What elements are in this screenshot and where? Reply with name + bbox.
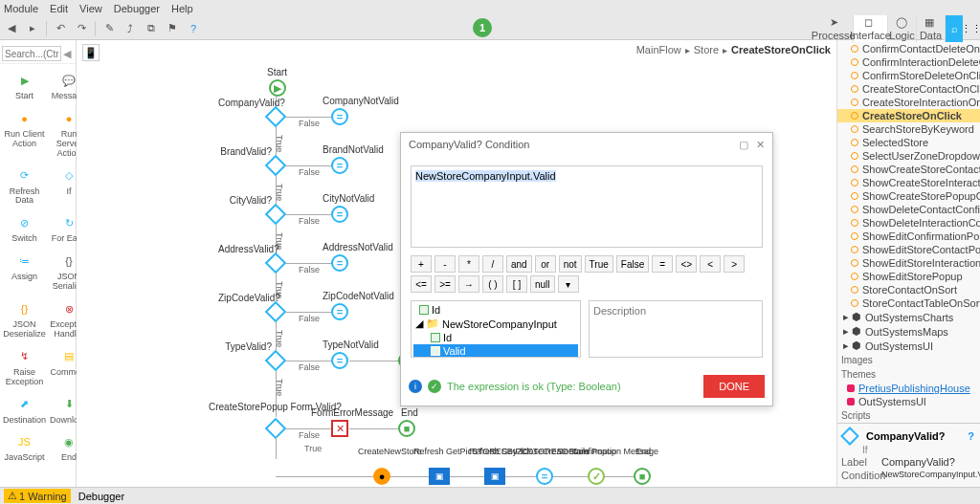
debugger-tab[interactable]: Debugger [78,491,124,502]
op-btn[interactable]: + [411,255,432,273]
op-btn[interactable]: False [616,255,649,273]
action-node[interactable]: = [536,468,553,485]
error-node[interactable]: ✕ [331,420,348,437]
decision-node[interactable] [265,301,287,323]
op-btn[interactable]: <= [411,275,432,293]
tool-javascript[interactable]: JSJavaScript [2,429,47,466]
op-btn[interactable]: / [482,255,503,273]
tree-item[interactable]: ConfirmInteractionDeleteOnClick [837,55,980,69]
tab-logic[interactable]: ◯Logic [888,15,917,42]
op-btn[interactable]: - [434,255,456,273]
op-btn[interactable]: ▾ [558,275,579,293]
menu-edit[interactable]: Edit [50,3,68,14]
theme-item[interactable]: PretiusPublishingHouse [837,382,980,395]
tab-data[interactable]: ▦Data [917,15,946,42]
tree-item[interactable]: ShowDeleteContactConfirmationPopup [837,203,980,216]
tree-item[interactable]: SearchStoreByKeyword [837,122,980,136]
tree-item[interactable]: ConfirmStoreDeleteOnClick [837,69,980,82]
op-btn[interactable]: not [559,255,582,273]
collapse-icon[interactable]: ◀ [63,48,71,60]
decision-node[interactable] [265,252,287,274]
tree-item[interactable]: CreateStoreContactOnClick [837,82,980,96]
tree-item[interactable]: ShowEditStorePopup [837,270,980,283]
tree-item[interactable]: ▸ ⬢ OutSystemsMaps [837,324,980,339]
tree-item[interactable]: ▸ ⬢ OutSystemsCharts [837,310,980,324]
op-btn[interactable]: and [506,255,532,273]
tree-item[interactable]: StoreContactTableOnSort [837,296,980,310]
decision-node[interactable] [265,106,287,128]
assign-node[interactable]: = [331,108,348,125]
op-btn[interactable]: or [535,255,556,273]
tree-item[interactable]: StoreContactOnSort [837,283,980,296]
device-toggle-icon[interactable]: 📱 [82,44,100,61]
tree-item[interactable]: ShowEditStoreInteractionPopup [837,256,980,270]
action-node[interactable]: ■ [634,468,651,485]
start-node[interactable]: ▶ [269,79,286,97]
tree-item[interactable]: ConfirmContactDeleteOnClick [837,42,980,55]
maximize-icon[interactable]: ▢ [739,139,748,151]
op-btn[interactable]: >= [434,275,456,293]
tool-json-deserialize[interactable]: {}JSON Deserialize [2,296,47,342]
action-node[interactable]: ● [373,468,390,485]
prop-label-value[interactable]: CompanyValid? [881,456,976,468]
tree-item[interactable]: ShowEditConfirmationPopupOn [837,230,980,243]
done-button[interactable]: DONE [703,375,765,398]
tool-assign[interactable]: ≔Assign [2,249,47,295]
tree-item[interactable]: SelectUserZoneDropdownOnChange [837,149,980,163]
menu-module[interactable]: Module [4,3,38,14]
op-btn[interactable]: True [585,255,613,273]
op-btn[interactable]: null [530,275,555,293]
tree-item[interactable]: ShowCreateStoreContactPopupOnClick [837,163,980,176]
action-node[interactable]: ▣ [484,468,505,485]
tree-item[interactable]: ShowCreateStorePopupOnClick [837,189,980,203]
end-node[interactable]: ■ [398,420,415,437]
assign-node[interactable]: = [331,254,348,272]
op-btn[interactable]: > [724,255,745,273]
tree-item[interactable]: ShowDeleteInteractionConfirmationPop [837,216,980,230]
action-node[interactable]: ▣ [429,468,450,485]
nav-fwd-icon[interactable]: ▸ [25,21,40,36]
tab-interface[interactable]: ◻Interface [854,15,888,42]
expression-input[interactable]: NewStoreCompanyInput.Valid [411,165,763,248]
flow-canvas[interactable]: 📱 MainFlow ▸ Store ▸ CreateStoreOnClick … [77,40,836,487]
tool-start[interactable]: ▶Start [2,68,47,104]
tool-d-icon[interactable]: ⚑ [165,21,180,36]
assign-node[interactable]: = [331,157,348,174]
decision-node[interactable] [265,350,287,372]
op-btn[interactable]: < [700,255,721,273]
tool-switch[interactable]: ⊘Switch [2,210,47,247]
op-btn[interactable]: = [652,255,673,273]
tool-destination[interactable]: ⬈Destination [2,392,47,428]
menu-help[interactable]: Help [171,3,193,14]
tree-item[interactable]: ShowCreateStoreInteractionPopupOnCl [837,176,980,189]
op-btn[interactable]: <> [676,255,697,273]
help-icon[interactable]: ? [186,21,201,36]
op-btn[interactable]: * [458,255,479,273]
tool-a-icon[interactable]: ✎ [101,21,117,36]
tree-item[interactable]: ShowEditStoreContactPopup [837,243,980,256]
op-btn[interactable]: [ ] [506,275,527,293]
tree-item[interactable]: ▸ ⬢ OutSystemsUI [837,339,980,353]
prop-condition-value[interactable]: NewStoreCompanyInput.Valid [881,470,980,482]
tool-b-icon[interactable]: ⤴ [122,21,138,36]
tab-processes[interactable]: ➤Processes [819,15,854,42]
apps-icon[interactable]: ⋮⋮ [963,15,980,42]
decision-node[interactable] [265,204,287,226]
op-btn[interactable]: → [458,275,479,293]
undo-icon[interactable]: ↶ [53,21,68,36]
nav-back-icon[interactable]: ◀ [4,21,19,36]
menu-debugger[interactable]: Debugger [114,3,160,14]
tool-c-icon[interactable]: ⧉ [144,21,159,36]
close-icon[interactable]: ✕ [756,139,765,151]
tree-item[interactable]: SelectedStore [837,136,980,149]
warnings-tab[interactable]: ⚠ 1 Warning [4,489,71,503]
tool-run-client-action[interactable]: ●Run Client Action [2,106,47,162]
assign-node[interactable]: = [331,303,348,320]
decision-node[interactable] [265,155,287,177]
assign-node[interactable]: = [331,206,348,223]
toolbox-search-input[interactable] [2,46,61,61]
assign-node[interactable]: = [331,352,348,369]
tool-raise-exception[interactable]: ↯Raise Exception [2,344,47,390]
theme-item[interactable]: OutSystemsUI [837,395,980,408]
redo-icon[interactable]: ↷ [74,21,89,36]
